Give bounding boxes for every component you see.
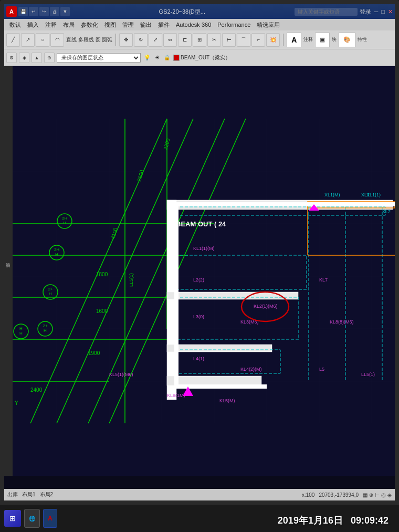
svg-text:L3(0): L3(0) [193, 314, 204, 319]
quick-access-redo[interactable]: ↪ [39, 7, 49, 16]
menu-manage[interactable]: 管理 [119, 19, 137, 30]
svg-text:1900: 1900 [88, 350, 100, 356]
svg-text:KL4(2)(M): KL4(2)(M) [240, 367, 262, 372]
circle-tool[interactable]: ○ [36, 33, 49, 47]
svg-rect-48 [167, 376, 261, 385]
ortho-icon[interactable]: ⊢ [375, 492, 380, 498]
svg-text:XL1(M): XL1(M) [324, 192, 340, 197]
svg-text:2+: 2+ [43, 324, 47, 328]
monitor-frame: A 💾 ↩ ↪ 🖨 ▼ GS2-20~38(D型... 登录 ─ □ ✕ [0, 0, 399, 532]
bulb-icon[interactable]: 💡 [143, 54, 151, 62]
status-mode[interactable]: 出库 [7, 491, 18, 498]
trim-tool[interactable]: ✂ [207, 33, 221, 47]
status-icons: ▦ ⊕ ⊢ ◎ ◈ [363, 492, 392, 498]
svg-text:2400: 2400 [30, 387, 43, 393]
svg-text:H: H [44, 328, 47, 333]
screen: A 💾 ↩ ↪ 🖨 ▼ GS2-20~38(D型... 登录 ─ □ ✕ [4, 4, 395, 500]
login-label[interactable]: 登录 [360, 8, 371, 16]
quick-access-undo[interactable]: ↩ [29, 7, 38, 16]
layer-btn-4[interactable]: ⊕ [44, 53, 55, 63]
svg-text:2H: 2H [62, 216, 67, 221]
fillet-tool[interactable]: ⌒ [237, 33, 250, 47]
maximize-btn[interactable]: □ [381, 8, 385, 15]
close-btn[interactable]: ✕ [388, 8, 393, 15]
separator-1 [116, 34, 116, 46]
ll5-label: LL5(1) [129, 273, 134, 287]
polyline-tool[interactable]: ↗ [21, 33, 35, 47]
svg-text:XL2: XL2 [382, 209, 391, 214]
svg-text:2H: 2H [54, 247, 59, 252]
layer-btn-3[interactable]: ▲ [32, 53, 42, 63]
zoom-level: x:100 [302, 492, 314, 498]
polar-icon[interactable]: ◎ [381, 492, 386, 498]
layer-controls: ⚙ ◈ ▲ ⊕ [6, 53, 55, 63]
menu-annotation[interactable]: 注释 [42, 19, 60, 30]
annotation-section: A 注释 [287, 33, 314, 47]
menu-autodesk360[interactable]: Autodesk 360 [173, 19, 214, 30]
svg-text:XL1(1): XL1(1) [366, 192, 381, 197]
separator-2 [283, 34, 284, 46]
modify-tools-section: ✥ ↻ ⤢ ⇔ ⊏ ⊞ ✂ ⊢ ⌒ ⌐ 💥 [119, 33, 280, 47]
line-tool[interactable]: ╱ [6, 33, 20, 47]
offset-tool[interactable]: ⊏ [178, 33, 192, 47]
menu-output[interactable]: 输出 [137, 19, 155, 30]
osnap-icon[interactable]: ◈ [387, 492, 392, 498]
minimize-btn[interactable]: ─ [374, 8, 379, 15]
snap-icon[interactable]: ⊕ [369, 492, 373, 498]
quick-access-save[interactable]: 💾 [18, 7, 28, 16]
svg-text:H: H [49, 291, 52, 296]
arc-tool[interactable]: ◠ [50, 33, 64, 47]
svg-text:KL1(1)(M): KL1(1)(M) [193, 246, 215, 251]
quick-access-print[interactable]: 🖨 [50, 7, 59, 16]
toolbar-main: ╱ ↗ ○ ◠ 直线 多段线 圆 圆弧 ✥ ↻ ⤢ ⇔ ⊏ ⊞ ✂ ⊢ ⌒ ⌐ … [4, 30, 395, 49]
mirror-tool[interactable]: ⇔ [163, 33, 177, 47]
layer-btn-2[interactable]: ◈ [19, 53, 29, 63]
chamfer-tool[interactable]: ⌐ [251, 33, 265, 47]
extend-tool[interactable]: ⊢ [222, 33, 236, 47]
array-tool[interactable]: ⊞ [193, 33, 206, 47]
explode-tool[interactable]: 💥 [266, 33, 280, 47]
block-section: ▣ 块 [315, 33, 338, 47]
properties-button[interactable]: 🎨 [339, 33, 355, 47]
block-label: 块 [332, 36, 337, 43]
svg-rect-49 [167, 292, 298, 299]
svg-text:H: H [55, 252, 58, 257]
rotate-tool[interactable]: ↻ [134, 33, 148, 47]
date-time-overlay: 2019年1月16日 09:09:42 [278, 514, 388, 527]
annotation-button[interactable]: A [287, 33, 301, 47]
layer-state-dropdown[interactable]: 未保存的图层状态 [57, 53, 141, 62]
taskbar-ie[interactable]: 🌐 [24, 509, 40, 528]
svg-text:LL5(1): LL5(1) [361, 372, 375, 377]
svg-text:L4(1): L4(1) [193, 356, 204, 361]
annotation-label: 注释 [303, 36, 313, 43]
move-tool[interactable]: ✥ [119, 33, 133, 47]
draw-label: 直线 多段线 圆 圆弧 [66, 36, 112, 44]
status-layout2[interactable]: 布局2 [40, 491, 54, 498]
sun-icon[interactable]: ☀ [153, 54, 161, 62]
taskbar-cad[interactable]: A [43, 509, 57, 528]
status-layout1[interactable]: 布局1 [22, 491, 36, 498]
scale-tool[interactable]: ⤢ [149, 33, 162, 47]
quick-access-more[interactable]: ▼ [60, 7, 70, 16]
status-right: x:100 20703,-173994,0 ▦ ⊕ ⊢ ◎ ◈ [302, 492, 392, 498]
menu-performance[interactable]: Performance [214, 19, 254, 30]
menu-insert[interactable]: 插入 [24, 19, 42, 30]
properties-label: 特性 [358, 36, 367, 43]
menu-plugin[interactable]: 插件 [155, 19, 173, 30]
menu-params[interactable]: 参数化 [78, 19, 101, 30]
svg-text:L2(2): L2(2) [193, 277, 204, 283]
menu-view[interactable]: 视图 [101, 19, 119, 30]
grid-icon[interactable]: ▦ [363, 492, 368, 498]
lock-icon[interactable]: 🔒 [163, 54, 171, 62]
block-button[interactable]: ▣ [315, 33, 330, 47]
beam-out-label: BEAM_OUT（梁实） [181, 54, 230, 61]
windows-start-button[interactable]: ⊞ [4, 510, 21, 527]
cad-drawing-area[interactable]: 设计辅助 [4, 66, 395, 476]
menu-layout[interactable]: 布局 [60, 19, 78, 30]
title-bar-right: 登录 ─ □ ✕ [360, 8, 393, 16]
menu-shuren[interactable]: 数认 [6, 19, 24, 30]
search-input[interactable] [295, 8, 358, 16]
time-label: 09:09:42 [351, 515, 388, 526]
menu-featured[interactable]: 精选应用 [254, 19, 283, 30]
layer-btn-1[interactable]: ⚙ [6, 53, 17, 63]
